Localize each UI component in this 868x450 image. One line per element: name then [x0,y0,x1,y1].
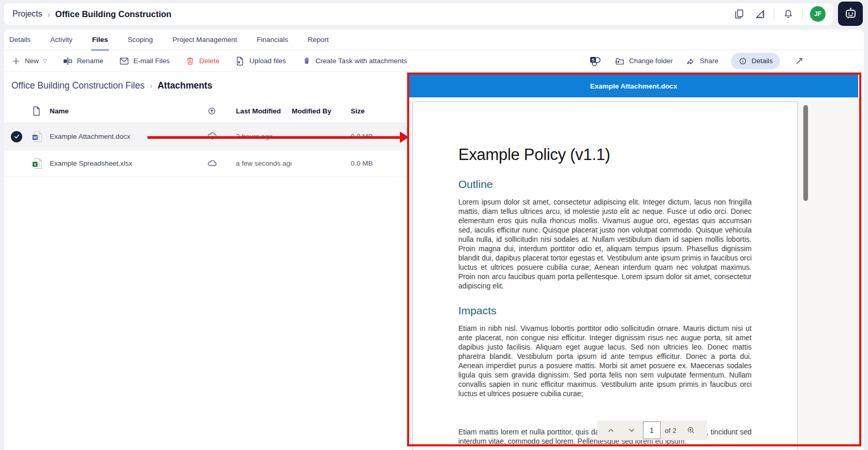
previous-page-button[interactable] [602,423,620,438]
svg-text:X: X [34,162,36,166]
document-paragraph: Lorem ipsum dolor sit amet, consectetur … [458,197,752,291]
rename-icon [63,56,73,66]
tab-details[interactable]: Details [8,36,32,50]
copy-icon[interactable] [732,7,746,21]
divider [802,8,803,20]
file-size-value: 0.0 MB [351,133,397,140]
email-files-button[interactable]: E-mail Files [119,56,170,66]
share-icon [685,56,696,66]
ruler-icon[interactable] [753,7,767,21]
file-name[interactable]: Example Attachment.docx [50,133,184,140]
file-name[interactable]: Example Spreadsheet.xlsx [50,159,184,167]
robot-icon [844,7,858,21]
cloud-download-icon [184,131,236,142]
word-file-icon: W [29,131,50,142]
document-page: Example Policy (v1.1) Outline Lorem ipsu… [412,101,798,450]
top-bar: Projects › Office Building Construction [4,3,833,25]
app-window: Projects › Office Building Construction [0,0,868,450]
plus-icon [11,56,21,66]
file-size-value: 0.0 MB [351,159,397,167]
files-table: Name Last Modified Modified By Size [4,99,408,177]
selected-check-icon[interactable] [11,131,22,142]
cloud-icon [184,158,236,169]
last-modified-value: 2 hours ago [236,133,292,140]
preview-title-bar: Example Attachment.docx [409,75,858,97]
trash-icon [185,56,195,66]
page-title: Office Building Construction [55,9,172,19]
breadcrumb-projects-link[interactable]: Projects [12,9,42,19]
sync-status-icon[interactable]: S [589,54,602,68]
tab-financials[interactable]: Financials [256,36,289,50]
preview-file-title: Example Attachment.docx [590,82,677,90]
document-paragraph: Etiam in nibh nisl. Vivamus lobortis por… [458,324,752,398]
files-breadcrumb-current: Attachments [157,80,212,91]
avatar[interactable]: JF [810,6,826,22]
files-toolbar: New ▽ Rename E-mail Files [4,50,864,72]
folder-icon [615,56,625,66]
create-task-button[interactable]: Create Task with attachments [302,56,407,66]
envelope-icon [119,56,129,66]
column-header-last-modified[interactable]: Last Modified [236,107,292,115]
tab-activity[interactable]: Activity [49,36,73,50]
chevron-right-icon: › [149,81,152,90]
file-preview-panel: Example Attachment.docx Example Policy (… [409,75,858,450]
chevron-down-icon: ▽ [43,58,47,64]
last-modified-value: a few seconds ago [236,159,292,167]
tab-scoping[interactable]: Scoping [127,36,154,50]
delete-button[interactable]: Delete [185,56,219,66]
file-row-example-spreadsheet[interactable]: X Example Spreadsheet.xlsx a few seconds… [4,150,408,177]
change-folder-button[interactable]: Change folder [615,56,673,66]
column-header-size[interactable]: Size [351,107,397,115]
page-navigation-bar: of 2 [597,420,707,440]
breadcrumb: Projects › Office Building Construction [12,9,171,19]
chevron-right-icon: › [48,10,50,19]
column-header-modified-by[interactable]: Modified By [292,107,351,115]
tab-bar: Details Activity Files Scoping Project M… [4,30,864,50]
details-button[interactable]: Details [731,53,780,69]
document-heading-impacts: Impacts [458,304,752,317]
notifications-bell-icon[interactable] [782,7,795,21]
document-title: Example Policy (v1.1) [458,146,752,164]
file-row-example-attachment[interactable]: W Example Attachment.docx 2 hours ago 0.… [4,123,408,150]
availability-column-icon [184,106,236,116]
excel-file-icon: X [29,158,50,169]
upload-files-button[interactable]: Upload files [235,56,286,66]
svg-text:W: W [33,135,37,139]
preview-scrollbar-thumb[interactable] [803,105,808,201]
info-icon [738,56,747,66]
chat-assistant-button[interactable] [838,2,863,26]
zoom-in-icon[interactable] [682,423,700,438]
rename-button[interactable]: Rename [63,56,103,66]
new-button[interactable]: New ▽ [11,56,47,66]
table-header-row: Name Last Modified Modified By Size [4,99,408,123]
paperclip-icon [302,56,311,66]
files-breadcrumb-root-link[interactable]: Office Building Construction Files [11,80,144,91]
tab-files[interactable]: Files [91,36,109,50]
document-heading-outline: Outline [458,178,752,191]
page-number-input[interactable] [643,422,661,439]
tab-project-management[interactable]: Project Management [172,36,238,50]
column-header-name[interactable]: Name [50,107,184,115]
page-count-label: of 2 [663,427,680,434]
share-button[interactable]: Share [685,56,719,66]
expand-icon[interactable] [792,54,806,68]
next-page-button[interactable] [622,423,641,438]
divider [774,8,774,20]
upload-icon [235,56,245,66]
tab-report[interactable]: Report [307,36,330,50]
file-type-column-icon [29,106,50,116]
